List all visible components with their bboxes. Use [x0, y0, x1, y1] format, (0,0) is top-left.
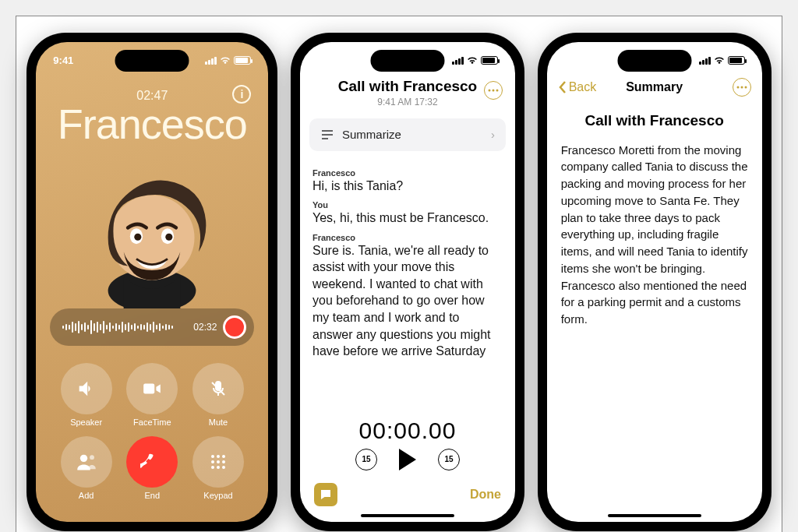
transcript-line: Yes, hi, this must be Francesco.	[312, 210, 503, 227]
transcript-subtitle: 9:41 AM 17:32	[312, 97, 503, 107]
back-button[interactable]: Back	[558, 80, 597, 94]
speaker-label: Francesco	[312, 168, 503, 178]
svg-rect-6	[143, 383, 154, 393]
speaker-label: You	[312, 200, 503, 210]
wifi-icon	[220, 57, 231, 65]
svg-point-5	[166, 233, 173, 240]
transcript-title: Call with Francesco	[312, 78, 503, 95]
home-indicator[interactable]	[608, 514, 701, 517]
summary-text: Francesco Moretti from the moving compan…	[561, 142, 748, 328]
battery-icon	[234, 56, 251, 65]
dynamic-island	[115, 50, 189, 72]
playback-timer: 00:00.00	[300, 417, 515, 444]
transcript-line: Sure is. Tania, we're all ready to assis…	[312, 242, 503, 360]
signal-icon	[452, 57, 464, 65]
battery-icon	[481, 56, 498, 65]
svg-point-17	[211, 466, 214, 469]
info-button[interactable]: i	[232, 85, 251, 104]
phone-summary: . Back Summary Call with Francesco Franc…	[538, 33, 772, 531]
transcript-body[interactable]: Francesco Hi, is this Tania? You Yes, hi…	[300, 162, 515, 410]
recording-bar: 02:32	[50, 308, 254, 346]
summary-title: Call with Francesco	[561, 112, 748, 129]
record-button[interactable]	[223, 315, 246, 339]
phone-transcript: . Call with Francesco 9:41 AM 17:32 Summ…	[291, 33, 524, 531]
add-button[interactable]: Add	[58, 436, 115, 500]
svg-point-14	[211, 460, 214, 463]
svg-point-28	[744, 86, 747, 88]
chevron-right-icon: ›	[491, 128, 495, 141]
svg-point-21	[492, 89, 494, 91]
done-button[interactable]: Done	[470, 488, 501, 502]
svg-point-18	[217, 466, 220, 469]
signal-icon	[205, 57, 217, 65]
svg-point-12	[217, 455, 220, 458]
more-button[interactable]	[733, 78, 751, 97]
waveform-icon	[62, 320, 187, 334]
svg-point-26	[736, 86, 739, 88]
battery-icon	[728, 56, 745, 65]
transcript-line: Hi, is this Tania?	[312, 178, 503, 195]
svg-point-22	[496, 89, 498, 91]
svg-point-9	[79, 454, 87, 461]
svg-point-11	[211, 455, 214, 458]
summarize-icon	[320, 129, 334, 141]
stage: 9:41 i 02:47 Francesco 02:32	[16, 16, 782, 532]
mute-button[interactable]: Mute	[190, 363, 247, 427]
svg-point-15	[217, 460, 220, 463]
memoji-avatar	[74, 153, 230, 308]
skip-forward-button[interactable]: 15	[438, 449, 460, 470]
svg-point-4	[135, 233, 142, 240]
summarize-label: Summarize	[342, 128, 401, 141]
dynamic-island	[370, 50, 444, 72]
svg-point-13	[222, 455, 225, 458]
recording-time: 02:32	[193, 322, 217, 333]
facetime-button[interactable]: FaceTime	[124, 363, 181, 427]
status-time: 9:41	[53, 55, 73, 66]
phone-call: 9:41 i 02:47 Francesco 02:32	[26, 33, 277, 531]
svg-point-27	[740, 86, 743, 88]
wifi-icon	[467, 57, 478, 65]
speaker-button[interactable]: Speaker	[58, 363, 115, 427]
home-indicator[interactable]	[361, 514, 454, 517]
dynamic-island	[617, 50, 691, 72]
wifi-icon	[714, 57, 725, 65]
summarize-row[interactable]: Summarize ›	[309, 118, 506, 151]
svg-point-16	[222, 460, 225, 463]
more-button[interactable]	[484, 81, 503, 100]
play-button[interactable]	[399, 449, 416, 470]
caller-name: Francesco	[36, 100, 268, 148]
speaker-label: Francesco	[312, 233, 503, 242]
end-call-button[interactable]: End	[124, 436, 181, 500]
signal-icon	[699, 57, 711, 65]
skip-back-button[interactable]: 15	[355, 449, 377, 470]
keypad-button[interactable]: Keypad	[190, 436, 247, 500]
svg-point-10	[90, 455, 94, 460]
svg-point-20	[488, 89, 490, 91]
svg-point-19	[222, 466, 225, 469]
chat-button[interactable]	[314, 483, 337, 506]
